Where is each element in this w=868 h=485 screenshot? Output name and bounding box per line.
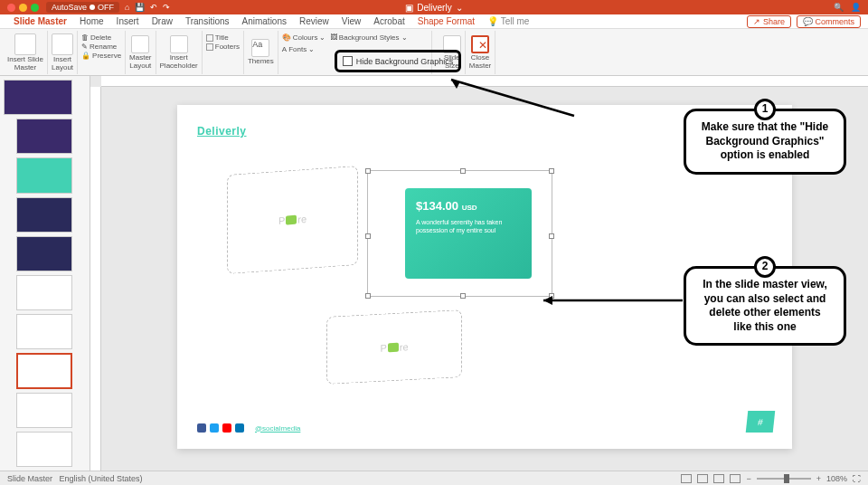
tab-transitions[interactable]: Transitions <box>179 14 236 28</box>
fonts-dropdown[interactable]: A Fonts ⌄ <box>282 45 315 53</box>
footers-checkbox[interactable]: Footers <box>206 43 240 51</box>
layout-thumbnail[interactable] <box>16 197 72 233</box>
master-layout-button[interactable]: Master Layout <box>129 35 151 71</box>
layout-thumbnail-selected[interactable] <box>16 353 72 388</box>
autosave-label: AutoSave <box>52 3 87 12</box>
save-icon[interactable]: 💾 <box>135 3 145 12</box>
slideshow-view-icon[interactable] <box>730 474 741 483</box>
sorter-view-icon[interactable] <box>697 474 708 483</box>
zoom-level[interactable]: 108% <box>826 474 847 483</box>
vertical-ruler <box>90 87 101 471</box>
checkbox-icon <box>343 56 353 66</box>
svg-marker-3 <box>543 296 552 305</box>
ribbon-tabs: Slide Master Home Insert Draw Transition… <box>0 14 868 29</box>
preserve-button[interactable]: 🔒 Preserve <box>81 52 121 60</box>
chevron-down-icon[interactable]: ⌄ <box>456 3 463 13</box>
reading-view-icon[interactable] <box>713 474 724 483</box>
close-master-button[interactable]: Close Master <box>469 35 491 71</box>
fit-to-window-icon[interactable]: ⛶ <box>853 474 861 483</box>
tab-animations[interactable]: Animations <box>236 14 293 28</box>
image-icon <box>286 215 297 225</box>
layout-thumbnail[interactable] <box>16 275 72 310</box>
share-button[interactable]: ↗ Share <box>747 15 791 28</box>
zoom-slider[interactable] <box>757 478 811 480</box>
layout-thumbnail[interactable] <box>16 393 72 428</box>
callout-number: 2 <box>754 256 776 278</box>
themes-button[interactable]: Aa Themes <box>248 39 274 66</box>
slide-thumbnails-panel[interactable] <box>0 76 90 471</box>
autosave-toggle[interactable]: AutoSave OFF <box>46 2 119 13</box>
social-handle: @socialmedia <box>255 424 300 433</box>
minimize-window-button[interactable] <box>19 4 27 12</box>
tab-home[interactable]: Home <box>73 14 110 28</box>
linkedin-icon[interactable] <box>235 423 244 433</box>
tab-view[interactable]: View <box>335 14 368 28</box>
picture-placeholder[interactable]: Pre <box>227 166 358 274</box>
tab-slide-master[interactable]: Slide Master <box>7 14 73 28</box>
maximize-window-button[interactable] <box>31 4 39 12</box>
hashtag-badge: # <box>746 411 776 433</box>
document-title: ▣ Deliverly ⌄ <box>405 3 462 13</box>
layout-thumbnail[interactable] <box>16 119 72 154</box>
annotation-callout: 2 In the slide master view, you can also… <box>684 266 846 346</box>
undo-icon[interactable]: ↶ <box>150 3 157 12</box>
zoom-in-button[interactable]: + <box>816 474 821 483</box>
insert-layout-button[interactable]: Insert Layout <box>52 33 73 72</box>
button-label: Insert Layout <box>52 56 73 72</box>
placeholder-icon <box>170 35 188 53</box>
status-bar: Slide Master English (United States) − +… <box>0 471 868 485</box>
title-checkbox[interactable]: Title <box>206 33 229 42</box>
quick-access-toolbar: ⌂ 💾 ↶ ↷ <box>125 3 170 12</box>
language-label[interactable]: English (United States) <box>60 474 143 483</box>
insert-placeholder-button[interactable]: Insert Placeholder <box>160 35 198 71</box>
master-thumbnail[interactable] <box>4 80 72 115</box>
layout-thumbnail[interactable] <box>16 314 72 349</box>
redo-icon[interactable]: ↷ <box>163 3 170 12</box>
view-mode-label: Slide Master <box>7 474 52 483</box>
rename-button[interactable]: ✎ Rename <box>81 43 117 51</box>
facebook-icon[interactable] <box>197 423 206 433</box>
brand-logo: Deliverly <box>197 125 247 138</box>
user-icon[interactable]: 👤 <box>851 3 861 12</box>
title-bar: AutoSave OFF ⌂ 💾 ↶ ↷ ▣ Deliverly ⌄ 🔍 👤 <box>0 0 868 14</box>
picture-placeholder[interactable]: Pre <box>326 309 462 385</box>
layout-thumbnail[interactable] <box>16 236 72 271</box>
twitter-icon[interactable] <box>210 423 219 433</box>
annotation-callout: 1 Make sure that the "Hide Background Gr… <box>684 109 846 175</box>
close-icon <box>471 35 489 53</box>
window-controls <box>7 4 39 12</box>
normal-view-icon[interactable] <box>681 474 692 483</box>
hide-background-graphics-checkbox[interactable]: Hide Background Graphics <box>335 50 462 72</box>
layout-icon <box>52 33 73 55</box>
tab-shape-format[interactable]: Shape Format <box>411 14 481 28</box>
home-icon[interactable]: ⌂ <box>125 3 129 12</box>
search-icon[interactable]: 🔍 <box>834 3 844 12</box>
tab-draw[interactable]: Draw <box>146 14 179 28</box>
price-value: $134.00 USD <box>416 199 521 213</box>
tab-review[interactable]: Review <box>293 14 335 28</box>
colours-dropdown[interactable]: 🎨 Colours ⌄ 🖼 Background Styles ⌄ <box>282 33 408 42</box>
annotation-arrow <box>449 78 576 132</box>
zoom-out-button[interactable]: − <box>746 474 750 483</box>
social-row: @socialmedia <box>197 423 300 433</box>
tab-insert[interactable]: Insert <box>110 14 146 28</box>
button-label: Themes <box>248 58 274 66</box>
delete-button[interactable]: 🗑 Delete <box>81 33 111 42</box>
youtube-icon[interactable] <box>222 423 231 433</box>
close-window-button[interactable] <box>7 4 15 12</box>
button-label: Insert Placeholder <box>160 54 198 71</box>
insert-slide-master-button[interactable]: Insert Slide Master <box>7 33 43 72</box>
presentation-icon: ▣ <box>405 3 413 13</box>
layout-thumbnail[interactable] <box>16 157 72 193</box>
price-card[interactable]: $134.00 USD A wonderful serenity has tak… <box>405 188 532 279</box>
master-layout-icon <box>131 35 149 53</box>
button-label: Close Master <box>469 54 491 71</box>
tell-me-search[interactable]: 💡 Tell me <box>481 14 535 28</box>
toggle-off-icon <box>90 5 95 10</box>
comments-button[interactable]: 💬 Comments <box>797 15 861 28</box>
annotation-arrow <box>540 288 684 315</box>
callout-text: In the slide master view, you can also s… <box>703 278 827 333</box>
layout-thumbnail[interactable] <box>16 432 72 467</box>
document-name: Deliverly <box>417 3 451 13</box>
tab-acrobat[interactable]: Acrobat <box>367 14 410 28</box>
